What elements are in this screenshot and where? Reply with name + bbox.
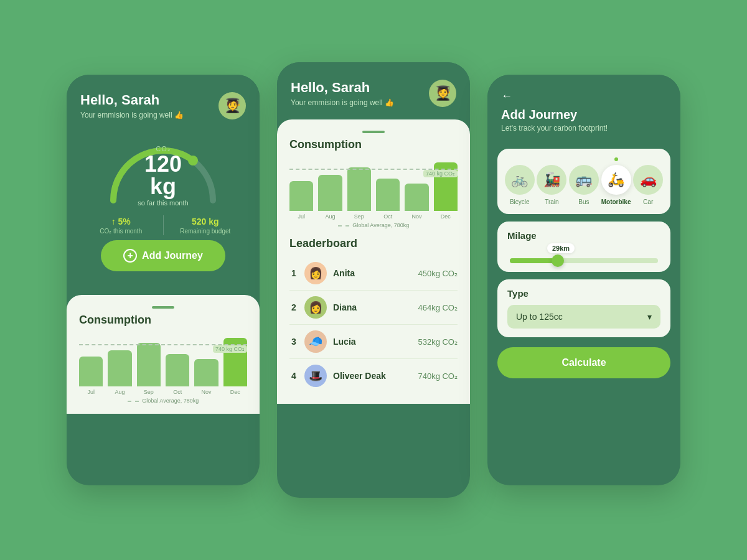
phone1-header: Hello, Sarah Your emmision is going well… <box>67 75 260 132</box>
lb-name-1: Anita <box>333 268 411 278</box>
reference-label-2: 740 kg CO₂ <box>423 170 458 177</box>
milage-card: Milage 29km <box>497 222 670 272</box>
bar-nov <box>194 359 218 386</box>
p3-subtitle: Let's track your carbon footprint! <box>501 124 667 133</box>
lb-rank-1: 1 <box>289 268 298 278</box>
leaderboard: Leaderboard 1 👩 Anita 450kg CO₂ 2 👩 Dian… <box>289 237 458 393</box>
scroll-indicator <box>152 306 174 309</box>
label-jul: Jul <box>87 389 95 395</box>
phone-1-dashboard: Hello, Sarah Your emmision is going well… <box>67 75 260 485</box>
car-label: Car <box>643 198 653 205</box>
chart-footer-2: Global Average, 780kg <box>289 222 458 228</box>
motorbike-label: Motorbike <box>601 198 631 205</box>
avatar: 🧑‍🎓 <box>429 80 456 107</box>
lb-rank-2: 2 <box>289 302 298 312</box>
transport-motorbike-wrap: 🛵 Motorbike <box>601 157 631 205</box>
co2-gauge: CO₂ 120 kg so far this month <box>101 138 225 207</box>
transport-selector: 🚲 Bicycle 🚂 Train 🚌 Bus 🛵 Motorbike <box>497 149 670 214</box>
label-sep: Sep <box>144 389 154 395</box>
lb-item-2: 2 👩 Diana 464kg CO₂ <box>289 291 458 325</box>
lb-co2-3: 532kg CO₂ <box>418 337 458 347</box>
lb-co2-4: 740kg CO₂ <box>418 371 458 381</box>
bar2-col-jul: Jul <box>289 181 313 220</box>
car-icon: 🚗 <box>633 165 663 195</box>
type-title: Type <box>507 288 660 299</box>
lb-co2-1: 450kg CO₂ <box>418 269 458 278</box>
bar2-nov <box>405 184 428 211</box>
bar2-col-aug: Aug <box>318 175 342 220</box>
label2-dec: Dec <box>441 213 451 220</box>
transport-bicycle[interactable]: 🚲 Bicycle <box>505 165 535 205</box>
transport-car[interactable]: 🚗 Car <box>633 165 663 205</box>
dotted-line-icon <box>128 401 139 402</box>
lb-item-1: 1 👩 Anita 450kg CO₂ <box>289 256 458 291</box>
stats-row: ↑ 5% CO₂ this month 520 kg Remaining bud… <box>79 215 247 235</box>
leaderboard-title: Leaderboard <box>289 237 458 250</box>
global-average-label: Global Average, 780kg <box>142 398 199 404</box>
type-selected-value: Up to 125cc <box>516 312 563 322</box>
milage-slider-wrap: 29km <box>507 258 660 263</box>
label2-sep: Sep <box>354 213 364 220</box>
stat-co2-value: ↑ 5% <box>79 217 163 226</box>
bar-aug <box>108 350 131 386</box>
lb-rank-3: 3 <box>289 337 298 347</box>
bar2-jul <box>289 181 313 211</box>
p3-title: Add Journey <box>501 108 667 122</box>
phone1-subtitle: Your emmision is going well 👍 <box>80 111 184 119</box>
p3-header: ← Add Journey Let's track your carbon fo… <box>487 75 680 141</box>
train-label: Train <box>545 198 558 205</box>
slider-fill <box>510 258 554 263</box>
lb-co2-2: 464kg CO₂ <box>418 303 458 312</box>
gauge-section: CO₂ 120 kg so far this month ↑ 5% CO₂ th… <box>67 132 260 295</box>
gauge-label: CO₂ 120 kg so far this month <box>132 145 194 207</box>
bicycle-icon: 🚲 <box>505 165 535 195</box>
phone1-greeting: Hello, Sarah <box>80 92 184 108</box>
stat-budget-label: Remaining budget <box>164 228 248 235</box>
transport-bus[interactable]: 🚌 Bus <box>569 165 599 205</box>
lb-name-4: Oliveer Deak <box>333 371 411 381</box>
lb-rank-4: 4 <box>289 371 298 381</box>
bar-chart: 740 kg CO₂ Jul Aug Sep Oct Nov <box>79 333 247 395</box>
stat-co2-month: ↑ 5% CO₂ this month <box>79 217 163 235</box>
stat-budget-value: 520 kg <box>164 217 248 226</box>
phone2-bar-chart: 740 kg CO₂ Jul Aug Sep Oct Nov <box>289 157 458 220</box>
transport-motorbike[interactable]: 🛵 Motorbike <box>601 165 631 205</box>
back-button[interactable]: ← <box>501 90 667 103</box>
lb-item-4: 4 🎩 Oliveer Deak 740kg CO₂ <box>289 359 458 393</box>
phone-3-add-journey: ← Add Journey Let's track your carbon fo… <box>487 75 680 485</box>
kg-value: 120 kg <box>132 153 194 198</box>
slider-thumb[interactable] <box>552 254 564 267</box>
calculate-button[interactable]: Calculate <box>497 347 670 378</box>
consumption-title: Consumption <box>79 314 247 327</box>
bus-icon: 🚌 <box>569 165 599 195</box>
dotted-line-icon-2 <box>338 225 349 226</box>
stat-budget: 520 kg Remaining budget <box>164 217 248 235</box>
reference-line: 740 kg CO₂ <box>79 344 247 353</box>
bicycle-label: Bicycle <box>510 198 530 205</box>
motorbike-icon: 🛵 <box>601 165 631 195</box>
scroll-indicator-2 <box>362 131 385 133</box>
transport-train[interactable]: 🚂 Train <box>537 165 566 205</box>
lb-name-3: Lucia <box>333 337 411 347</box>
phone2-greeting: Hello, Sarah <box>291 80 394 96</box>
global-average-label-2: Global Average, 780kg <box>352 222 409 228</box>
bar-col-oct: Oct <box>166 354 189 395</box>
add-journey-label: Add Journey <box>142 250 203 261</box>
bus-label: Bus <box>578 198 589 205</box>
bar2-oct <box>376 179 400 211</box>
type-card: Type Up to 125cc ▾ <box>497 279 670 337</box>
chevron-down-icon: ▾ <box>647 312 652 322</box>
plus-icon: + <box>123 249 137 263</box>
label-dec: Dec <box>230 389 240 395</box>
phone2-subtitle: Your emmision is going well 👍 <box>291 98 394 107</box>
phone1-consumption-card: Consumption 740 kg CO₂ Jul Aug Sep Oct <box>67 295 260 414</box>
bar2-col-oct: Oct <box>376 179 400 220</box>
km-bubble: 29km <box>547 243 575 253</box>
type-select[interactable]: Up to 125cc ▾ <box>507 305 660 329</box>
add-journey-button[interactable]: + Add Journey <box>101 240 225 271</box>
stat-co2-label: CO₂ this month <box>79 228 163 235</box>
label2-aug: Aug <box>325 213 335 220</box>
label-aug: Aug <box>115 389 125 395</box>
reference-label: 740 kg CO₂ <box>213 345 247 353</box>
phone2-main-card: Consumption 740 kg CO₂ Jul Aug Sep Oct <box>277 119 470 404</box>
